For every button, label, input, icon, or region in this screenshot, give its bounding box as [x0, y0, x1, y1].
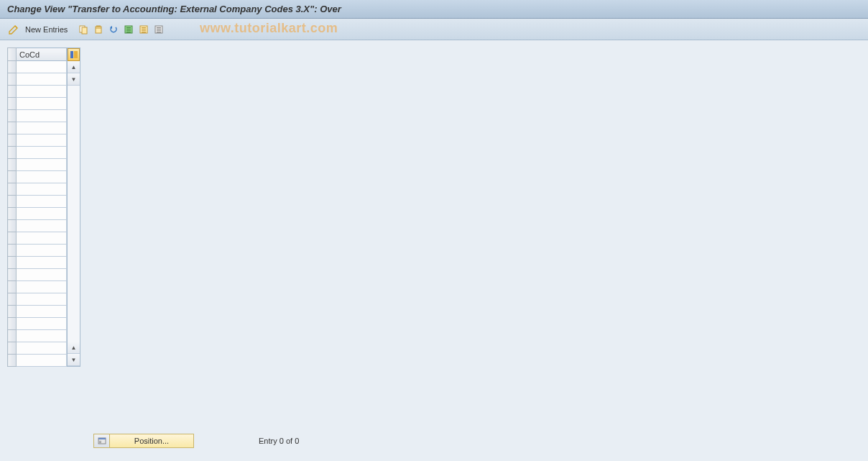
change-display-icon[interactable]: [7, 23, 20, 36]
row-selector[interactable]: [8, 220, 17, 232]
row-selector[interactable]: [8, 171, 17, 183]
cell-cocd[interactable]: [17, 269, 67, 281]
cell-cocd[interactable]: [17, 306, 67, 318]
svg-rect-2: [96, 27, 101, 33]
row-selector[interactable]: [8, 73, 17, 86]
application-toolbar: New Entries www.tutorialkart.com: [0, 19, 868, 40]
row-selector[interactable]: [8, 134, 17, 147]
cell-cocd[interactable]: [17, 208, 67, 220]
cell-cocd[interactable]: [17, 232, 67, 245]
select-all-rows-header[interactable]: [8, 48, 17, 61]
scroll-track[interactable]: [68, 86, 80, 342]
row-selector[interactable]: [8, 355, 17, 367]
row-selector[interactable]: [8, 245, 17, 257]
table-row: [8, 342, 67, 355]
cell-cocd[interactable]: [17, 330, 67, 342]
cell-cocd[interactable]: [17, 110, 67, 122]
svg-rect-22: [99, 442, 101, 443]
position-button[interactable]: Position...: [93, 434, 194, 448]
page-title: Change View "Transfer to Accounting: Ext…: [7, 4, 341, 14]
table-row: [8, 122, 67, 134]
row-selector[interactable]: [8, 110, 17, 122]
copy-as-icon[interactable]: [77, 23, 90, 36]
table-row: [8, 73, 67, 86]
table-row: [8, 318, 67, 330]
cell-cocd[interactable]: [17, 147, 67, 159]
row-selector[interactable]: [8, 257, 17, 269]
cell-cocd[interactable]: [17, 342, 67, 355]
company-code-table: CoCd: [7, 47, 67, 367]
row-selector[interactable]: [8, 98, 17, 110]
cell-cocd[interactable]: [17, 183, 67, 196]
select-block-icon[interactable]: [137, 23, 150, 36]
cell-cocd[interactable]: [17, 122, 67, 134]
svg-rect-18: [74, 51, 78, 58]
vertical-scrollbar: ▲ ▼ ▲ ▼: [67, 47, 80, 367]
table-row: [8, 355, 67, 367]
row-selector[interactable]: [8, 232, 17, 245]
entry-count-text: Entry 0 of 0: [259, 437, 299, 445]
cell-cocd[interactable]: [17, 355, 67, 367]
scroll-down-button[interactable]: ▼: [68, 73, 80, 86]
row-selector[interactable]: [8, 293, 17, 306]
row-selector[interactable]: [8, 196, 17, 208]
cell-cocd[interactable]: [17, 281, 67, 293]
row-selector[interactable]: [8, 281, 17, 293]
cell-cocd[interactable]: [17, 61, 67, 73]
row-selector[interactable]: [8, 61, 17, 73]
svg-rect-17: [70, 51, 73, 58]
table-settings-icon[interactable]: [68, 48, 80, 61]
table-row: [8, 245, 67, 257]
cell-cocd[interactable]: [17, 134, 67, 147]
undo-icon[interactable]: [107, 23, 120, 36]
scroll-up-bottom-button[interactable]: ▲: [68, 342, 80, 354]
deselect-all-icon[interactable]: [152, 23, 165, 36]
row-selector[interactable]: [8, 318, 17, 330]
scroll-down-bottom-button[interactable]: ▼: [68, 354, 80, 366]
table-row: [8, 171, 67, 183]
table-row: [8, 281, 67, 293]
table-row: [8, 134, 67, 147]
table-row: [8, 183, 67, 196]
cell-cocd[interactable]: [17, 245, 67, 257]
row-selector[interactable]: [8, 208, 17, 220]
row-selector[interactable]: [8, 330, 17, 342]
cell-cocd[interactable]: [17, 98, 67, 110]
select-all-icon[interactable]: [122, 23, 135, 36]
table-row: [8, 159, 67, 171]
svg-rect-21: [99, 441, 101, 442]
column-header-cocd[interactable]: CoCd: [17, 48, 67, 61]
cell-cocd[interactable]: [17, 196, 67, 208]
cell-cocd[interactable]: [17, 171, 67, 183]
cell-cocd[interactable]: [17, 73, 67, 86]
svg-rect-14: [157, 27, 161, 29]
delete-icon[interactable]: [92, 23, 105, 36]
row-selector[interactable]: [8, 159, 17, 171]
cell-cocd[interactable]: [17, 257, 67, 269]
row-selector[interactable]: [8, 147, 17, 159]
table-row: [8, 306, 67, 318]
table-container: CoCd ▲ ▼ ▲ ▼: [7, 47, 95, 367]
cell-cocd[interactable]: [17, 159, 67, 171]
scroll-up-button[interactable]: ▲: [68, 61, 80, 73]
table-row: [8, 86, 67, 98]
cell-cocd[interactable]: [17, 220, 67, 232]
svg-rect-15: [157, 29, 161, 31]
row-selector[interactable]: [8, 183, 17, 196]
row-selector[interactable]: [8, 122, 17, 134]
table-row: [8, 61, 67, 73]
row-selector[interactable]: [8, 269, 17, 281]
new-entries-button[interactable]: New Entries: [22, 24, 73, 35]
svg-rect-7: [126, 29, 131, 31]
position-icon: [94, 434, 110, 447]
row-selector[interactable]: [8, 86, 17, 98]
cell-cocd[interactable]: [17, 293, 67, 306]
cell-cocd[interactable]: [17, 86, 67, 98]
cell-cocd[interactable]: [17, 318, 67, 330]
svg-rect-16: [157, 32, 161, 33]
row-selector[interactable]: [8, 306, 17, 318]
svg-rect-4: [96, 25, 101, 27]
table-row: [8, 196, 67, 208]
svg-rect-10: [142, 27, 146, 29]
row-selector[interactable]: [8, 342, 17, 355]
